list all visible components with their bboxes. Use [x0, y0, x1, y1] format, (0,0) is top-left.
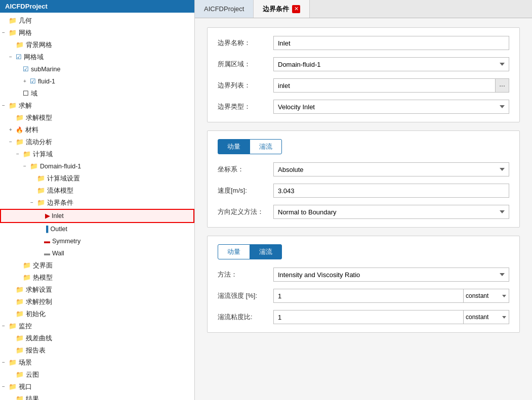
subtab-turbulence[interactable]: 湍流 [250, 139, 282, 154]
expand-icon[interactable]: − [9, 137, 14, 147]
tree-item-boundary-conditions[interactable]: −📁边界条件 [0, 197, 194, 209]
boundary-type-select[interactable]: Velocity Inlet [273, 100, 509, 114]
tree-item-fluid1[interactable]: +☑fluid-1 [0, 75, 194, 87]
tab-bar: AICFDProject 边界条件 ✕ [195, 0, 532, 18]
tree-item-report-table[interactable]: 📁报告表 [0, 344, 194, 357]
expand-icon[interactable]: + [23, 76, 28, 86]
bottom-subtab-turbulence[interactable]: 湍流 [250, 244, 282, 259]
tree-item-compute-domain[interactable]: −📁计算域 [0, 148, 194, 160]
coord-select[interactable]: Absolute [273, 162, 509, 176]
expand-icon[interactable]: − [2, 28, 7, 38]
velocity-row: 速度[m/s]: [218, 184, 509, 198]
tree-item-solve-settings[interactable]: 📁求解设置 [0, 284, 194, 296]
expand-icon[interactable]: − [2, 321, 7, 331]
tree-item-mesh[interactable]: −📁网格 [0, 27, 194, 39]
tree-item-inlet[interactable]: ▶Inlet [0, 209, 194, 223]
tree-item-fluid-model[interactable]: 📁流体模型 [0, 185, 194, 197]
tree-item-thermal-model[interactable]: 📁热模型 [0, 272, 194, 284]
subtab-momentum[interactable]: 动量 [218, 139, 250, 154]
folder-icon: 📁 [16, 333, 24, 343]
tree-item-interface[interactable]: 📁交界面 [0, 259, 194, 272]
folder-icon: 📁 [30, 161, 38, 171]
tree-item-residual-curve[interactable]: 📁残差曲线 [0, 332, 194, 344]
direction-row: 方向定义方法： Normal to Boundary [218, 205, 509, 219]
tab-aicfd[interactable]: AICFDProject [195, 0, 254, 18]
folder-icon: 📁 [16, 137, 24, 147]
tree-item-label: 计算域 [33, 149, 53, 159]
tree-item-label: 求解模型 [26, 113, 52, 123]
tree-item-flow-analysis[interactable]: −📁流动分析 [0, 136, 194, 148]
folder-icon: 📁 [16, 285, 24, 295]
viscosity-ratio-input[interactable] [273, 310, 464, 324]
tree-item-background-mesh[interactable]: 📁背景网格 [0, 39, 194, 51]
velocity-input[interactable] [273, 184, 509, 198]
tree-item-domain-fluid-1[interactable]: −📁Domain-fluid-1 [0, 160, 194, 172]
inlet-arrow-icon: ▶ [45, 211, 50, 221]
tree-item-label: 视口 [19, 382, 32, 392]
expand-icon[interactable]: − [16, 149, 21, 159]
turbulence-intensity-row: 湍流强度 [%]: constant [218, 289, 509, 303]
tree-item-material[interactable]: +🔥材料 [0, 124, 194, 136]
expand-icon[interactable]: − [2, 101, 7, 111]
turbulence-intensity-input[interactable] [273, 289, 464, 303]
domain-label: 所属区域： [218, 60, 273, 69]
tree-item-viewport[interactable]: −📁视口 [0, 381, 194, 393]
tree-item-label: 云图 [26, 370, 39, 380]
domain-select[interactable]: Domain-fluid-1 [273, 57, 509, 71]
tree-item-solve-control[interactable]: 📁求解控制 [0, 296, 194, 308]
boundary-list-dots-button[interactable]: ··· [495, 78, 509, 93]
folder-icon: 📁 [9, 382, 17, 392]
tree-item-label: 几何 [19, 16, 32, 26]
tree-item-scene[interactable]: −📁场景 [0, 357, 194, 369]
tab-aicfd-label: AICFDProject [204, 5, 244, 13]
viscosity-ratio-unit-select[interactable]: constant [464, 310, 509, 324]
folder-icon: 📁 [23, 273, 31, 283]
tree-item-cloud-map[interactable]: 📁云图 [0, 369, 194, 381]
viscosity-ratio-row: 湍流粘度比: constant [218, 310, 509, 324]
boundary-list-input[interactable] [273, 78, 495, 93]
tree-item-label: Wall [52, 248, 64, 258]
tab-close-button[interactable]: ✕ [292, 5, 300, 13]
turbulence-intensity-unit-select[interactable]: constant [464, 289, 509, 303]
expand-icon[interactable]: − [9, 52, 14, 62]
tab-boundary[interactable]: 边界条件 ✕ [254, 0, 310, 18]
folder-icon: 📁 [9, 101, 17, 111]
tree-item-solve[interactable]: −📁求解 [0, 100, 194, 112]
tree-item-label: 初始化 [26, 309, 46, 319]
folder-icon: 📁 [37, 186, 45, 196]
tree-item-label: Symmetry [52, 236, 80, 246]
tree-item-submarine[interactable]: ☑subMarine [0, 63, 194, 75]
tree-item-symmetry[interactable]: ▬Symmetry [0, 235, 194, 247]
direction-select[interactable]: Normal to Boundary [273, 205, 509, 219]
coord-label: 坐标系： [218, 165, 273, 174]
bottom-subtab-momentum[interactable]: 动量 [218, 244, 250, 259]
tree-item-wall[interactable]: ▬Wall [0, 247, 194, 259]
folder-icon: 📁 [23, 149, 31, 159]
material-icon: 🔥 [16, 125, 23, 135]
tree-item-geometry[interactable]: 📁几何 [0, 15, 194, 27]
tree-item-compute-domain-settings[interactable]: 📁计算域设置 [0, 172, 194, 185]
tree-item-domain-blank[interactable]: ☐域 [0, 87, 194, 100]
tree-item-monitor[interactable]: −📁监控 [0, 320, 194, 332]
coord-row: 坐标系： Absolute [218, 162, 509, 176]
expand-icon[interactable]: − [30, 198, 35, 208]
tree-item-results[interactable]: 📁结果 [0, 393, 194, 400]
bottom-sub-tab-bar: 动量 湍流 [218, 244, 509, 259]
expand-icon[interactable]: − [2, 358, 7, 368]
tree-item-label: 流动分析 [26, 137, 52, 147]
tree-item-label: 计算域设置 [47, 173, 80, 184]
folder-icon: 📁 [16, 297, 24, 307]
velocity-label: 速度[m/s]: [218, 186, 273, 195]
checkbox-unchecked-icon: ☐ [23, 88, 29, 99]
expand-icon[interactable]: + [9, 125, 14, 135]
checkbox-checked-icon: ☑ [16, 52, 22, 62]
tree-item-initialize[interactable]: 📁初始化 [0, 308, 194, 320]
tree-item-solve-model[interactable]: 📁求解模型 [0, 112, 194, 124]
expand-icon[interactable]: − [23, 161, 28, 171]
boundary-name-input[interactable] [273, 36, 509, 50]
turbulence-intensity-group: constant [273, 289, 509, 303]
tree-item-grid-domain[interactable]: −☑网格域 [0, 51, 194, 63]
tree-item-outlet[interactable]: ▐Outlet [0, 223, 194, 235]
expand-icon[interactable]: − [2, 382, 7, 392]
method-select[interactable]: Intensity and Viscosity Ratio [273, 268, 509, 282]
